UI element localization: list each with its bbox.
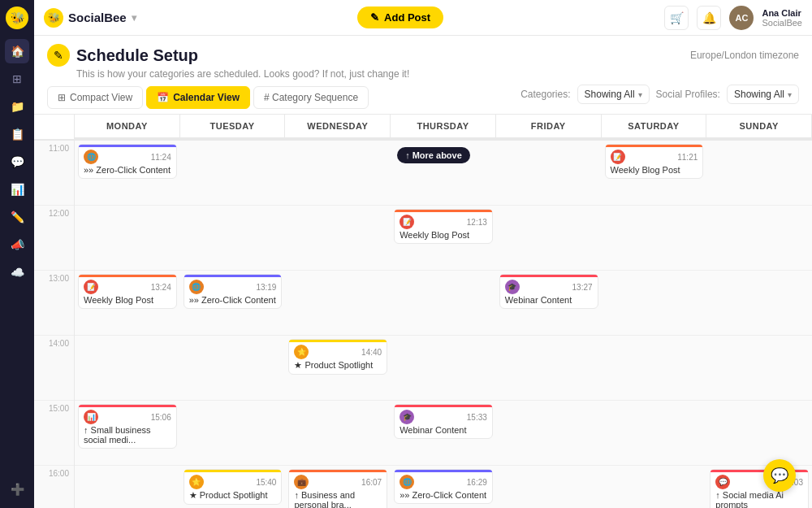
cell-monday-1600 — [75, 466, 180, 508]
cart-button[interactable]: 🛒 — [664, 6, 689, 30]
time-1400: 14:00 — [34, 336, 75, 401]
calendar-header-row: MONDAY TUESDAY WEDNESDAY THURSDAY FRIDAY… — [34, 115, 812, 141]
sidebar-item-folder[interactable]: 📁 — [5, 94, 29, 119]
tab-sequence[interactable]: # Category Sequence — [253, 86, 369, 109]
event-bar — [395, 470, 492, 472]
sidebar-item-home[interactable]: 🏠 — [5, 39, 29, 63]
add-post-button[interactable]: ✎ Add Post — [357, 7, 443, 28]
cell-tuesday-1400 — [180, 336, 286, 401]
compact-icon: ⊞ — [58, 92, 66, 103]
sidebar-item-cloud[interactable]: ☁️ — [5, 260, 29, 284]
event-title: Weekly Blog Post — [611, 165, 698, 175]
cell-friday-1400 — [496, 336, 602, 401]
sidebar-item-megaphone[interactable]: 📣 — [5, 232, 29, 257]
event-thursday-1600[interactable]: 🌐 16:29 »» Zero-Click Content — [394, 469, 493, 504]
event-wednesday-1400[interactable]: ⭐ 14:40 ★ Product Spotlight — [288, 339, 387, 375]
cell-friday-1500 — [496, 401, 602, 466]
event-title: »» Zero-Click Content — [400, 490, 487, 500]
time-1200: 12:00 — [34, 206, 75, 271]
categories-value: Showing All — [585, 89, 635, 100]
cell-monday-1500: 📊 15:06 ↑ Small business social medi... — [75, 401, 180, 466]
sidebar: 🐝 🏠 ⊞ 📁 📋 💬 📊 ✏️ 📣 ☁️ ➕ — [0, 0, 34, 508]
event-monday-1300[interactable]: 📝 13:24 Weekly Blog Post — [78, 274, 177, 309]
more-above-button[interactable]: ↑ More above — [397, 147, 470, 163]
calendar-icon: 📅 — [157, 92, 169, 103]
event-time: 16:07 — [361, 478, 382, 487]
bell-button[interactable]: 🔔 — [697, 6, 721, 30]
event-title: Webinar Content — [400, 425, 487, 435]
event-bar — [79, 275, 176, 277]
calendar-body: 11:00 🌐 11:24 »» Zero-Click Content ↑ Mo… — [34, 141, 812, 508]
day-wednesday: WEDNESDAY — [285, 115, 391, 139]
time-1600: 16:00 — [34, 466, 75, 508]
tab-compact[interactable]: ⊞ Compact View — [47, 86, 143, 109]
cell-tuesday-1200 — [180, 206, 286, 271]
event-monday-1500[interactable]: 📊 15:06 ↑ Small business social medi... — [78, 404, 177, 449]
cell-saturday-1400 — [602, 336, 707, 401]
cell-sunday-1300 — [706, 271, 812, 336]
day-friday: FRIDAY — [496, 115, 602, 139]
avatar: AC — [729, 6, 754, 30]
event-bar — [79, 145, 176, 147]
title-group: ✎ Schedule Setup — [47, 44, 198, 67]
cell-monday-1100: 🌐 11:24 »» Zero-Click Content — [75, 141, 180, 206]
tab-calendar[interactable]: 📅 Calendar View — [146, 86, 250, 109]
cell-thursday-1600: 🌐 16:29 »» Zero-Click Content — [391, 466, 496, 508]
categories-select[interactable]: Showing All ▾ — [577, 85, 650, 104]
cell-tuesday-1100 — [180, 141, 286, 206]
user-name: Ana Clair — [762, 8, 802, 18]
time-1300: 13:00 — [34, 271, 75, 336]
cell-sunday-1200 — [706, 206, 812, 271]
time-1500: 15:00 — [34, 401, 75, 466]
chat-button[interactable]: 💬 — [763, 459, 796, 492]
add-post-icon: ✎ — [370, 11, 379, 24]
event-title: Weekly Blog Post — [84, 295, 171, 305]
cell-sunday-1400 — [706, 336, 812, 401]
event-thursday-1500[interactable]: 🎓 15:33 Webinar Content — [394, 404, 493, 439]
event-wednesday-1600[interactable]: 💼 16:07 ↑ Business and personal bra... — [288, 469, 387, 508]
time-header-empty — [34, 115, 75, 139]
sidebar-logo: 🐝 — [6, 7, 28, 29]
event-saturday-1100[interactable]: 📝 11:21 Weekly Blog Post — [605, 144, 704, 179]
cell-tuesday-1500 — [180, 401, 286, 466]
cell-saturday-1300 — [602, 271, 707, 336]
page-title-row: ✎ Schedule Setup Europe/London timezone — [47, 44, 799, 67]
compact-label: Compact View — [70, 92, 132, 103]
event-time: 14:40 — [361, 348, 382, 357]
event-title: »» Zero-Click Content — [84, 165, 171, 175]
tabs-and-filters: ⊞ Compact View 📅 Calendar View # Categor… — [47, 80, 799, 114]
sidebar-item-grid[interactable]: ⊞ — [5, 67, 29, 91]
cell-sunday-1100 — [706, 141, 812, 206]
cell-saturday-1200 — [602, 206, 707, 271]
sidebar-item-edit[interactable]: ✏️ — [5, 205, 29, 229]
event-monday-1100[interactable]: 🌐 11:24 »» Zero-Click Content — [78, 144, 177, 179]
event-tuesday-1300[interactable]: 🌐 13:19 »» Zero-Click Content — [184, 274, 283, 309]
cell-wednesday-1500 — [285, 401, 391, 466]
cell-thursday-1400 — [391, 336, 496, 401]
page-title: Schedule Setup — [76, 46, 198, 65]
event-time: 16:29 — [467, 478, 487, 487]
event-title: ★ Product Spotlight — [189, 490, 277, 501]
cell-friday-1300: 🎓 13:27 Webinar Content — [496, 271, 602, 336]
cell-saturday-1600 — [602, 466, 707, 508]
event-time: 12:13 — [467, 218, 487, 227]
calendar-scroll[interactable]: MONDAY TUESDAY WEDNESDAY THURSDAY FRIDAY… — [34, 115, 812, 508]
day-tuesday: TUESDAY — [180, 115, 286, 139]
profiles-select[interactable]: Showing All ▾ — [727, 85, 799, 104]
cell-monday-1300: 📝 13:24 Weekly Blog Post — [75, 271, 180, 336]
event-friday-1300[interactable]: 🎓 13:27 Webinar Content — [499, 274, 598, 309]
calendar-label: Calendar View — [173, 92, 240, 103]
cell-friday-1100 — [496, 141, 602, 206]
event-title: ★ Product Spotlight — [294, 360, 382, 371]
event-bar — [289, 340, 387, 342]
timezone-label: Europe/London timezone — [690, 50, 799, 61]
event-thursday-1200[interactable]: 📝 12:13 Weekly Blog Post — [394, 209, 493, 244]
sidebar-item-link[interactable]: ➕ — [5, 477, 29, 501]
categories-chevron: ▾ — [638, 90, 642, 99]
time-1100: 11:00 — [34, 141, 75, 206]
event-bar — [395, 210, 492, 212]
sidebar-item-chat[interactable]: 💬 — [5, 150, 29, 174]
sidebar-item-chart[interactable]: 📊 — [5, 177, 29, 202]
event-tuesday-1600[interactable]: ⭐ 15:40 ★ Product Spotlight — [184, 469, 283, 505]
sidebar-item-list[interactable]: 📋 — [5, 122, 29, 146]
